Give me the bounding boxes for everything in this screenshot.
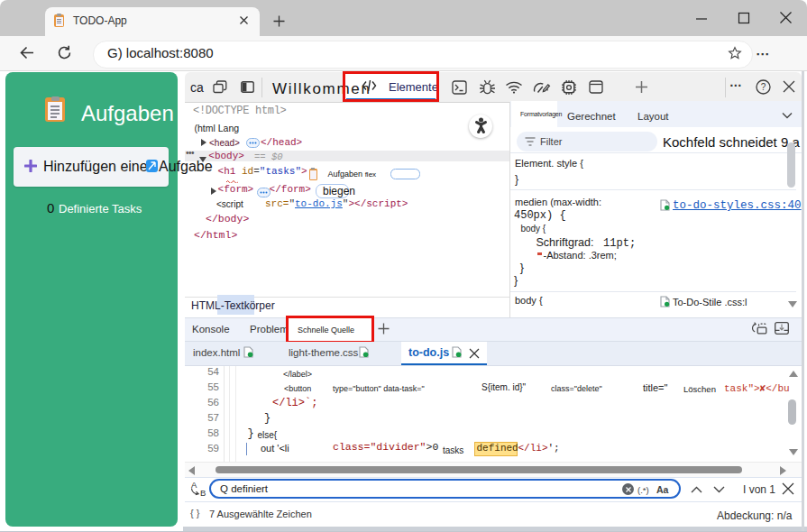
svg-text:?: ? [761,82,766,92]
